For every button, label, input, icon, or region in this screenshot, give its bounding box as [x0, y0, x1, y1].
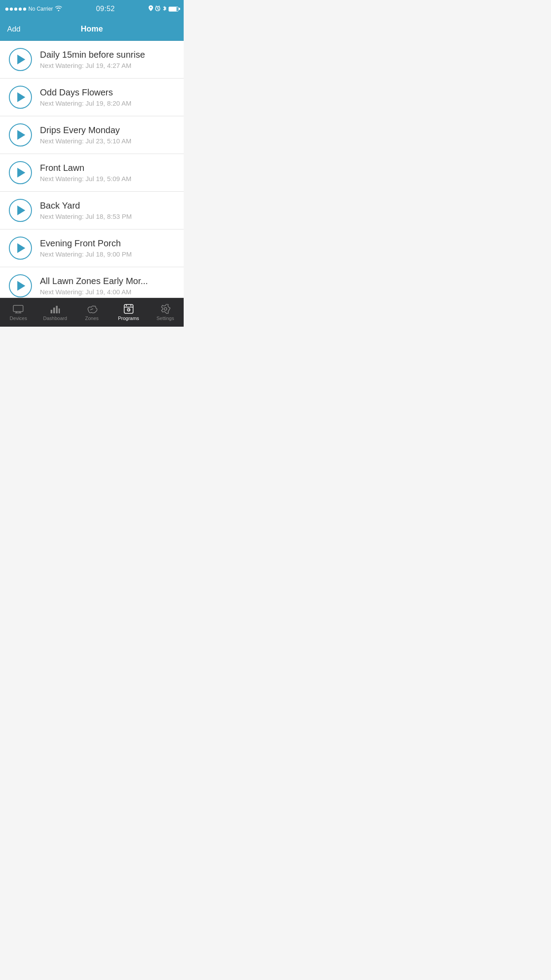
- tab-settings-label: Settings: [157, 316, 174, 321]
- program-next-watering-1: Next Watering: Jul 19, 8:20 AM: [40, 99, 175, 107]
- program-next-watering-6: Next Watering: Jul 19, 4:00 AM: [40, 288, 175, 296]
- program-name-3: Front Lawn: [40, 163, 175, 173]
- zones-icon: [86, 304, 98, 314]
- play-icon-4: [17, 205, 25, 215]
- add-button[interactable]: Add: [7, 25, 20, 34]
- program-info-2: Drips Every Monday Next Watering: Jul 23…: [40, 125, 175, 145]
- program-next-watering-3: Next Watering: Jul 19, 5:09 AM: [40, 175, 175, 182]
- dashboard-icon: [49, 304, 61, 314]
- tab-dashboard[interactable]: Dashboard: [37, 304, 74, 321]
- nav-title: Home: [81, 24, 103, 34]
- svg-line-2: [157, 9, 159, 10]
- bluetooth-icon: [162, 5, 167, 13]
- tab-devices[interactable]: Devices: [0, 304, 37, 321]
- program-info-6: All Lawn Zones Early Mor... Next Waterin…: [40, 276, 175, 296]
- svg-rect-11: [56, 306, 58, 313]
- program-name-0: Daily 15min before sunrise: [40, 50, 175, 60]
- program-name-6: All Lawn Zones Early Mor...: [40, 276, 175, 286]
- program-name-2: Drips Every Monday: [40, 125, 175, 135]
- program-item[interactable]: All Lawn Zones Early Mor... Next Waterin…: [0, 267, 184, 298]
- play-button-6[interactable]: [9, 274, 32, 297]
- tab-dashboard-label: Dashboard: [43, 316, 67, 321]
- tab-settings[interactable]: Settings: [147, 304, 184, 321]
- devices-icon: [12, 304, 24, 314]
- tab-programs[interactable]: Programs: [110, 304, 147, 321]
- play-button-1[interactable]: [9, 86, 32, 109]
- tab-devices-label: Devices: [10, 316, 27, 321]
- alarm-icon: [155, 5, 161, 12]
- program-info-3: Front Lawn Next Watering: Jul 19, 5:09 A…: [40, 163, 175, 182]
- play-icon-0: [17, 55, 25, 64]
- program-item[interactable]: Drips Every Monday Next Watering: Jul 23…: [0, 116, 184, 154]
- svg-rect-10: [53, 308, 55, 313]
- tab-zones-label: Zones: [85, 316, 99, 321]
- play-button-3[interactable]: [9, 161, 32, 184]
- svg-rect-5: [13, 305, 23, 312]
- nav-bar: Add Home: [0, 18, 184, 41]
- tab-bar: Devices Dashboard Zones: [0, 298, 184, 327]
- program-info-1: Odd Days Flowers Next Watering: Jul 19, …: [40, 87, 175, 107]
- play-icon-1: [17, 92, 25, 102]
- program-item[interactable]: Daily 15min before sunrise Next Watering…: [0, 41, 184, 79]
- status-right: [149, 5, 178, 13]
- program-info-5: Evening Front Porch Next Watering: Jul 1…: [40, 238, 175, 258]
- status-bar: No Carrier 09:52: [0, 0, 184, 18]
- program-item[interactable]: Back Yard Next Watering: Jul 18, 8:53 PM: [0, 192, 184, 229]
- program-name-5: Evening Front Porch: [40, 238, 175, 249]
- tab-programs-label: Programs: [118, 316, 139, 321]
- svg-rect-13: [124, 304, 133, 313]
- program-next-watering-0: Next Watering: Jul 19, 4:27 AM: [40, 62, 175, 69]
- program-item[interactable]: Odd Days Flowers Next Watering: Jul 19, …: [0, 79, 184, 116]
- play-icon-6: [17, 281, 25, 291]
- status-time: 09:52: [96, 5, 115, 13]
- svg-rect-9: [51, 310, 52, 313]
- play-button-4[interactable]: [9, 199, 32, 222]
- svg-point-18: [164, 308, 167, 310]
- program-item[interactable]: Evening Front Porch Next Watering: Jul 1…: [0, 229, 184, 267]
- program-next-watering-5: Next Watering: Jul 18, 9:00 PM: [40, 250, 175, 258]
- svg-rect-12: [59, 308, 60, 313]
- program-name-4: Back Yard: [40, 201, 175, 211]
- location-icon: [149, 5, 153, 12]
- program-name-1: Odd Days Flowers: [40, 87, 175, 98]
- tab-zones[interactable]: Zones: [74, 304, 110, 321]
- program-item[interactable]: Front Lawn Next Watering: Jul 19, 5:09 A…: [0, 154, 184, 192]
- program-info-0: Daily 15min before sunrise Next Watering…: [40, 50, 175, 69]
- program-next-watering-4: Next Watering: Jul 18, 8:53 PM: [40, 213, 175, 220]
- svg-line-4: [159, 6, 160, 7]
- play-button-0[interactable]: [9, 48, 32, 71]
- status-left: No Carrier: [5, 5, 62, 12]
- program-next-watering-2: Next Watering: Jul 23, 5:10 AM: [40, 137, 175, 145]
- settings-icon: [160, 304, 171, 314]
- wifi-icon: [55, 5, 62, 12]
- battery-icon: [169, 7, 178, 12]
- program-info-4: Back Yard Next Watering: Jul 18, 8:53 PM: [40, 201, 175, 220]
- play-icon-3: [17, 168, 25, 178]
- play-button-5[interactable]: [9, 237, 32, 260]
- play-icon-5: [17, 243, 25, 253]
- svg-line-3: [156, 6, 157, 7]
- carrier-text: No Carrier: [28, 6, 53, 12]
- programs-icon: [123, 304, 134, 314]
- play-button-2[interactable]: [9, 123, 32, 146]
- play-icon-2: [17, 130, 25, 140]
- program-list: Daily 15min before sunrise Next Watering…: [0, 41, 184, 298]
- signal-dots: [5, 8, 26, 11]
